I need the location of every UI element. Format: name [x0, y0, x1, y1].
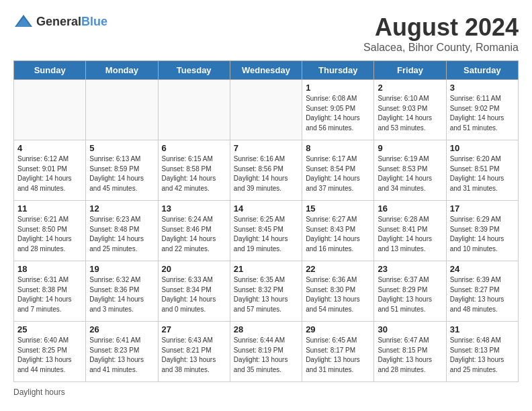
day-info: Sunrise: 6:41 AM Sunset: 8:23 PM Dayligh… — [89, 336, 154, 375]
calendar-cell: 25Sunrise: 6:40 AM Sunset: 8:25 PM Dayli… — [14, 322, 86, 382]
calendar-cell: 8Sunrise: 6:17 AM Sunset: 8:54 PM Daylig… — [302, 140, 374, 201]
calendar-cell: 29Sunrise: 6:45 AM Sunset: 8:17 PM Dayli… — [302, 322, 374, 382]
col-header-saturday: Saturday — [446, 61, 518, 80]
calendar-cell: 17Sunrise: 6:29 AM Sunset: 8:39 PM Dayli… — [446, 201, 518, 261]
calendar-cell: 19Sunrise: 6:32 AM Sunset: 8:36 PM Dayli… — [86, 261, 158, 322]
calendar-cell: 9Sunrise: 6:19 AM Sunset: 8:53 PM Daylig… — [374, 140, 446, 201]
logo: GeneralBlue — [13, 13, 107, 30]
calendar-cell: 1Sunrise: 6:08 AM Sunset: 9:05 PM Daylig… — [302, 80, 374, 140]
day-info: Sunrise: 6:17 AM Sunset: 8:54 PM Dayligh… — [306, 154, 370, 193]
calendar-cell: 27Sunrise: 6:43 AM Sunset: 8:21 PM Dayli… — [158, 322, 230, 382]
day-number: 23 — [378, 264, 442, 274]
calendar-cell: 22Sunrise: 6:36 AM Sunset: 8:30 PM Dayli… — [302, 261, 374, 322]
logo-icon — [13, 13, 34, 30]
col-header-monday: Monday — [86, 61, 158, 80]
calendar-cell: 13Sunrise: 6:24 AM Sunset: 8:46 PM Dayli… — [158, 201, 230, 261]
day-info: Sunrise: 6:23 AM Sunset: 8:48 PM Dayligh… — [89, 215, 154, 254]
calendar-cell: 18Sunrise: 6:31 AM Sunset: 8:38 PM Dayli… — [14, 261, 86, 322]
day-number: 5 — [89, 143, 154, 153]
calendar-cell: 6Sunrise: 6:15 AM Sunset: 8:58 PM Daylig… — [158, 140, 230, 201]
day-number: 21 — [234, 264, 298, 274]
week-row-1: 1Sunrise: 6:08 AM Sunset: 9:05 PM Daylig… — [14, 80, 519, 140]
day-number: 20 — [162, 264, 226, 274]
day-number: 17 — [450, 203, 515, 214]
day-number: 3 — [450, 83, 515, 93]
day-number: 11 — [17, 203, 82, 214]
day-number: 6 — [162, 143, 226, 153]
day-info: Sunrise: 6:08 AM Sunset: 9:05 PM Dayligh… — [306, 94, 370, 133]
day-info: Sunrise: 6:21 AM Sunset: 8:50 PM Dayligh… — [17, 215, 82, 254]
footer-note: Daylight hours — [13, 387, 519, 397]
day-info: Sunrise: 6:37 AM Sunset: 8:29 PM Dayligh… — [378, 275, 442, 314]
day-info: Sunrise: 6:31 AM Sunset: 8:38 PM Dayligh… — [17, 275, 82, 314]
col-header-thursday: Thursday — [302, 61, 374, 80]
day-number: 25 — [17, 324, 82, 334]
day-info: Sunrise: 6:44 AM Sunset: 8:19 PM Dayligh… — [234, 336, 298, 375]
calendar-cell: 28Sunrise: 6:44 AM Sunset: 8:19 PM Dayli… — [230, 322, 302, 382]
calendar-cell: 20Sunrise: 6:33 AM Sunset: 8:34 PM Dayli… — [158, 261, 230, 322]
day-number: 10 — [450, 143, 515, 153]
calendar-header-row: SundayMondayTuesdayWednesdayThursdayFrid… — [14, 61, 519, 80]
logo-text-blue: Blue — [81, 15, 107, 28]
day-number: 30 — [378, 324, 442, 334]
header: GeneralBlue August 2024 Salacea, Bihor C… — [13, 13, 519, 54]
col-header-sunday: Sunday — [14, 61, 86, 80]
subtitle: Salacea, Bihor County, Romania — [363, 42, 519, 54]
day-info: Sunrise: 6:15 AM Sunset: 8:58 PM Dayligh… — [162, 154, 226, 193]
day-info: Sunrise: 6:19 AM Sunset: 8:53 PM Dayligh… — [378, 154, 442, 193]
calendar-cell — [86, 80, 158, 140]
calendar-cell: 30Sunrise: 6:47 AM Sunset: 8:15 PM Dayli… — [374, 322, 446, 382]
day-info: Sunrise: 6:35 AM Sunset: 8:32 PM Dayligh… — [234, 275, 298, 314]
day-number: 29 — [306, 324, 370, 334]
day-number: 7 — [234, 143, 298, 153]
day-info: Sunrise: 6:45 AM Sunset: 8:17 PM Dayligh… — [306, 336, 370, 375]
day-number: 2 — [378, 83, 442, 93]
calendar-cell: 11Sunrise: 6:21 AM Sunset: 8:50 PM Dayli… — [14, 201, 86, 261]
day-info: Sunrise: 6:11 AM Sunset: 9:02 PM Dayligh… — [450, 94, 515, 133]
day-number: 16 — [378, 203, 442, 214]
calendar-cell — [230, 80, 302, 140]
calendar-cell: 2Sunrise: 6:10 AM Sunset: 9:03 PM Daylig… — [374, 80, 446, 140]
day-info: Sunrise: 6:43 AM Sunset: 8:21 PM Dayligh… — [162, 336, 226, 375]
day-info: Sunrise: 6:47 AM Sunset: 8:15 PM Dayligh… — [378, 336, 442, 375]
day-number: 8 — [306, 143, 370, 153]
day-number: 9 — [378, 143, 442, 153]
calendar-cell — [158, 80, 230, 140]
calendar-cell: 15Sunrise: 6:27 AM Sunset: 8:43 PM Dayli… — [302, 201, 374, 261]
day-info: Sunrise: 6:24 AM Sunset: 8:46 PM Dayligh… — [162, 215, 226, 254]
day-info: Sunrise: 6:33 AM Sunset: 8:34 PM Dayligh… — [162, 275, 226, 314]
col-header-friday: Friday — [374, 61, 446, 80]
day-number: 4 — [17, 143, 82, 153]
calendar-cell: 23Sunrise: 6:37 AM Sunset: 8:29 PM Dayli… — [374, 261, 446, 322]
day-number: 26 — [89, 324, 154, 334]
day-number: 22 — [306, 264, 370, 274]
day-info: Sunrise: 6:20 AM Sunset: 8:51 PM Dayligh… — [450, 154, 515, 193]
day-info: Sunrise: 6:13 AM Sunset: 8:59 PM Dayligh… — [89, 154, 154, 193]
day-info: Sunrise: 6:39 AM Sunset: 8:27 PM Dayligh… — [450, 275, 515, 314]
day-info: Sunrise: 6:28 AM Sunset: 8:41 PM Dayligh… — [378, 215, 442, 254]
day-number: 31 — [450, 324, 515, 334]
day-info: Sunrise: 6:12 AM Sunset: 9:01 PM Dayligh… — [17, 154, 82, 193]
col-header-tuesday: Tuesday — [158, 61, 230, 80]
calendar-cell: 14Sunrise: 6:25 AM Sunset: 8:45 PM Dayli… — [230, 201, 302, 261]
calendar-cell: 21Sunrise: 6:35 AM Sunset: 8:32 PM Dayli… — [230, 261, 302, 322]
day-number: 28 — [234, 324, 298, 334]
day-info: Sunrise: 6:16 AM Sunset: 8:56 PM Dayligh… — [234, 154, 298, 193]
calendar-cell: 4Sunrise: 6:12 AM Sunset: 9:01 PM Daylig… — [14, 140, 86, 201]
day-info: Sunrise: 6:40 AM Sunset: 8:25 PM Dayligh… — [17, 336, 82, 375]
day-number: 18 — [17, 264, 82, 274]
day-number: 27 — [162, 324, 226, 334]
week-row-2: 4Sunrise: 6:12 AM Sunset: 9:01 PM Daylig… — [14, 140, 519, 201]
week-row-3: 11Sunrise: 6:21 AM Sunset: 8:50 PM Dayli… — [14, 201, 519, 261]
day-info: Sunrise: 6:36 AM Sunset: 8:30 PM Dayligh… — [306, 275, 370, 314]
calendar-cell: 24Sunrise: 6:39 AM Sunset: 8:27 PM Dayli… — [446, 261, 518, 322]
calendar-cell: 3Sunrise: 6:11 AM Sunset: 9:02 PM Daylig… — [446, 80, 518, 140]
main-title: August 2024 — [363, 13, 519, 42]
day-info: Sunrise: 6:29 AM Sunset: 8:39 PM Dayligh… — [450, 215, 515, 254]
day-number: 15 — [306, 203, 370, 214]
day-number: 1 — [306, 83, 370, 93]
footer-text: Daylight hours — [13, 387, 65, 397]
calendar-cell: 10Sunrise: 6:20 AM Sunset: 8:51 PM Dayli… — [446, 140, 518, 201]
calendar-table: SundayMondayTuesdayWednesdayThursdayFrid… — [13, 60, 519, 382]
calendar-cell: 26Sunrise: 6:41 AM Sunset: 8:23 PM Dayli… — [86, 322, 158, 382]
